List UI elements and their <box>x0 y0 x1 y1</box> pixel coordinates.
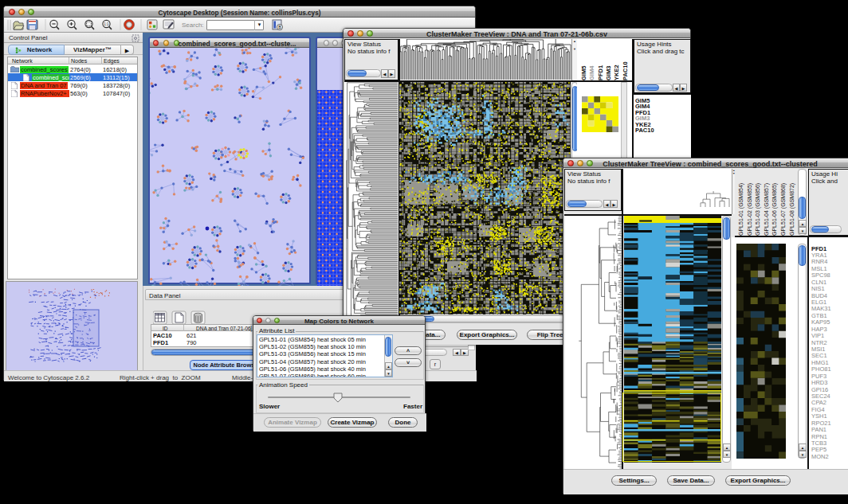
svg-text:Search:: Search: <box>182 21 204 29</box>
svg-text:1:1: 1:1 <box>104 22 109 26</box>
svg-text:B: B <box>278 25 281 29</box>
